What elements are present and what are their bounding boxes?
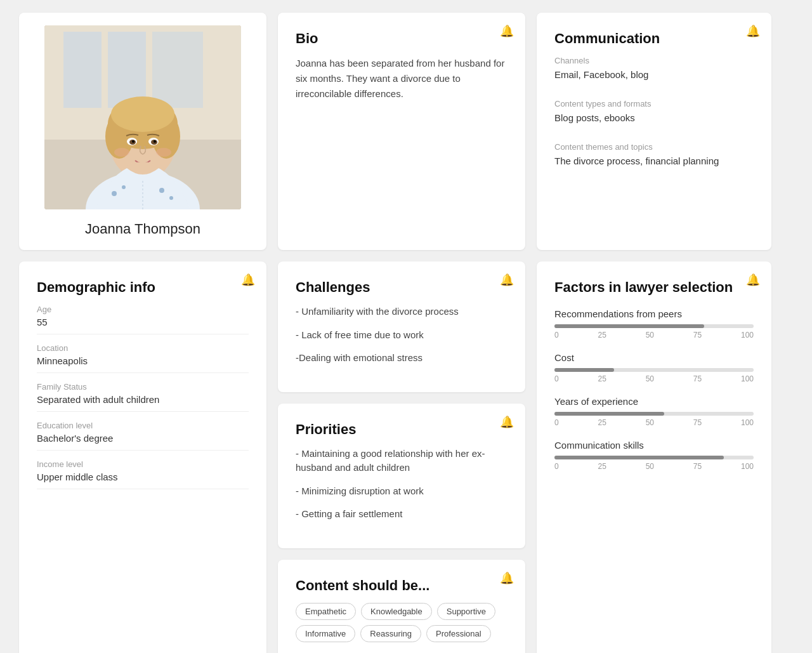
comm-lightbulb-icon: 🔔 [746,24,760,38]
challenge-item-2: - Lack of free time due to work [296,328,508,343]
content-tags: EmpatheticKnowledgableSupportiveInformat… [296,603,508,642]
priorities-list: - Maintaining a good relationship with h… [296,447,508,522]
challenge-item-1: - Unfamiliarity with the divorce process [296,305,508,319]
bar-section-0: Recommendations from peers 0255075100 [554,308,754,340]
scale-label: 0 [554,418,559,427]
priorities-lightbulb-icon: 🔔 [500,415,514,429]
challenges-list: - Unfamiliarity with the divorce process… [296,305,508,366]
bar-fill-3 [554,456,724,459]
formats-label: Content types and formats [554,99,754,109]
scale-label: 75 [693,374,702,383]
tag-4: Reassuring [360,625,421,642]
svg-rect-2 [63,32,102,108]
priorities-card: 🔔 Priorities - Maintaining a good relati… [278,404,525,548]
scale-label: 25 [598,331,606,340]
tag-5: Professional [426,625,491,642]
scale-label: 25 [598,374,606,383]
tag-0: Empathetic [296,603,356,620]
family-value: Separated with adult children [37,394,249,412]
channels-label: Channels [554,56,754,65]
scale-label: 0 [554,331,559,340]
challenges-card: 🔔 Challenges - Unfamiliarity with the di… [278,261,525,392]
bar-scale-1: 0255075100 [554,374,754,383]
svg-point-24 [169,196,173,200]
bar-label-2: Years of experience [554,396,754,407]
bar-label-1: Cost [554,352,754,363]
factors-title: Factors in lawyer selection [554,279,754,296]
bar-track-3 [554,456,754,459]
bar-fill-1 [554,368,614,372]
priority-item-2: - Minimizing disruption at work [296,484,508,499]
content-lightbulb-icon: 🔔 [500,571,514,585]
bar-scale-0: 0255075100 [554,331,754,340]
priority-item-3: - Getting a fair settlement [296,507,508,522]
scale-label: 100 [741,331,754,340]
channels-value: Email, Facebook, blog [554,69,754,88]
bar-fill-0 [554,324,704,328]
communication-card: 🔔 Communication Channels Email, Facebook… [537,13,771,250]
factors-card: 🔔 Factors in lawyer selection Recommenda… [537,261,771,653]
svg-point-22 [122,185,126,189]
scale-label: 25 [598,418,606,427]
education-value: Bachelor's degree [37,433,249,451]
age-field: Age 55 [37,305,249,334]
scale-label: 100 [741,462,754,471]
bar-scale-3: 0255075100 [554,462,754,471]
tag-3: Informative [296,625,355,642]
main-grid: Joanna Thompson 🔔 Bio Joanna has been se… [19,13,793,653]
age-label: Age [37,305,249,314]
bio-title: Bio [296,30,508,47]
scale-label: 75 [693,418,702,427]
scale-label: 100 [741,374,754,383]
bar-section-1: Cost 0255075100 [554,352,754,383]
svg-point-25 [114,148,129,157]
location-value: Minneapolis [37,355,249,373]
priorities-title: Priorities [296,421,508,438]
income-value: Upper middle class [37,472,249,489]
svg-rect-4 [152,32,203,108]
svg-rect-3 [108,32,146,108]
bar-section-3: Communication skills 0255075100 [554,440,754,471]
education-field: Education level Bachelor's degree [37,421,249,451]
profile-name: Joanna Thompson [85,221,200,237]
comm-title: Communication [554,30,754,47]
bars-container: Recommendations from peers 0255075100 Co… [554,308,754,471]
svg-point-26 [156,148,171,157]
profile-photo [44,25,241,209]
bar-label-3: Communication skills [554,440,754,451]
tag-1: Knowledgable [361,603,432,620]
svg-point-23 [159,188,164,193]
bar-track-0 [554,324,754,328]
svg-point-17 [154,140,156,143]
factors-lightbulb-icon: 🔔 [746,273,760,287]
scale-label: 0 [554,462,559,471]
scale-label: 75 [693,331,702,340]
themes-label: Content themes and topics [554,142,754,152]
bio-text: Joanna has been separated from her husba… [296,56,508,102]
challenges-lightbulb-icon: 🔔 [500,273,514,287]
middle-bottom-column: 🔔 Challenges - Unfamiliarity with the di… [278,261,525,653]
family-label: Family Status [37,382,249,392]
bio-lightbulb-icon: 🔔 [500,24,514,38]
scale-label: 0 [554,374,559,383]
scale-label: 50 [646,462,654,471]
scale-label: 50 [646,374,654,383]
bar-section-2: Years of experience 0255075100 [554,396,754,427]
comm-themes-section: Content themes and topics The divorce pr… [554,142,754,174]
content-title: Content should be... [296,577,508,594]
comm-formats-section: Content types and formats Blog posts, eb… [554,99,754,131]
svg-point-11 [111,96,174,132]
scale-label: 50 [646,331,654,340]
demo-lightbulb-icon: 🔔 [241,273,255,287]
themes-value: The divorce process, financial planning [554,155,754,174]
tag-2: Supportive [437,603,495,620]
challenge-item-3: -Dealing with emotional stress [296,351,508,366]
priority-item-1: - Maintaining a good relationship with h… [296,447,508,475]
bar-fill-2 [554,412,664,416]
family-field: Family Status Separated with adult child… [37,382,249,412]
demographic-card: 🔔 Demographic info Age 55 Location Minne… [19,261,266,653]
income-label: Income level [37,459,249,469]
scale-label: 50 [646,418,654,427]
formats-value: Blog posts, ebooks [554,112,754,131]
demo-title: Demographic info [37,279,249,296]
